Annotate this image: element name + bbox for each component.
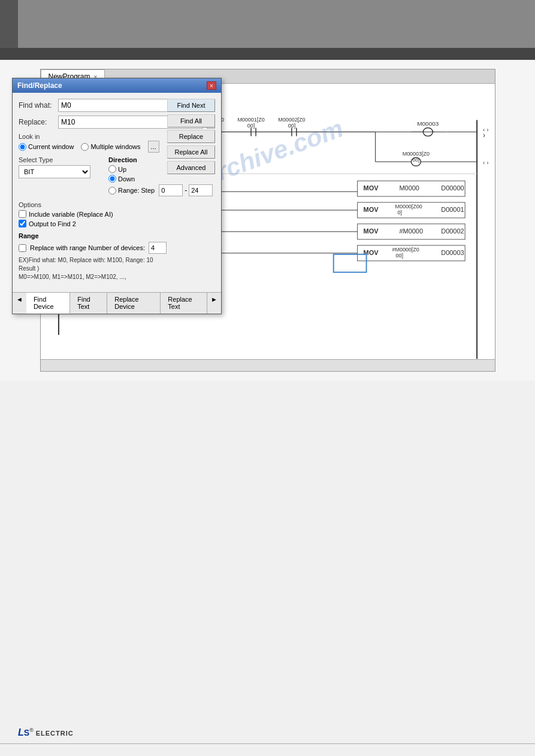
range-step-row: Range: Step - <box>108 184 213 196</box>
svg-text:MOV: MOV <box>363 184 379 192</box>
range-checkbox-label: Replace with range Number of devices: <box>30 244 145 251</box>
find-next-button[interactable]: Find Next <box>167 99 215 112</box>
option2-row: Output to Find 2 <box>19 220 215 227</box>
footer-brand: LS® <box>18 728 36 737</box>
tab-right-arrow[interactable]: ► <box>207 293 221 314</box>
range-section: Range Replace with range Number of devic… <box>19 232 215 281</box>
option1-checkbox[interactable] <box>19 210 26 218</box>
radio-range-input[interactable] <box>108 187 116 195</box>
svg-text:‹ ›: ‹ › <box>483 159 488 166</box>
replace-button[interactable]: Replace <box>167 130 215 143</box>
radio-multiple-label: Multiple windows <box>90 143 140 150</box>
svg-text:‹ ›: ‹ › <box>483 126 488 133</box>
svg-text:#M0000[Z0: #M0000[Z0 <box>392 247 419 253</box>
select-type-control: BIT <box>19 165 90 178</box>
svg-text:D00001: D00001 <box>441 206 464 213</box>
status-bar <box>41 359 495 371</box>
replace-all-button[interactable]: Replace All <box>167 145 215 159</box>
dialog-close-button[interactable]: × <box>207 81 216 90</box>
svg-text:MOV: MOV <box>363 206 379 213</box>
svg-text:D00000: D00000 <box>441 184 464 192</box>
svg-text:00]: 00] <box>247 123 254 129</box>
footer-electric: ELECTRIC <box>36 730 74 737</box>
find-replace-dialog-overlay: Find/Replace × Find Next Find All Replac… <box>12 78 222 314</box>
footer: LS® ELECTRIC <box>18 727 74 738</box>
bottom-border <box>0 743 535 744</box>
replace-label: Replace: <box>19 118 55 126</box>
radio-up-label: Up <box>118 166 126 173</box>
range-checkbox[interactable] <box>19 244 26 252</box>
svg-text:00]: 00] <box>412 157 419 163</box>
svg-text:#M0000: #M0000 <box>399 227 423 235</box>
dialog-title-bar: Find/Replace × <box>13 78 221 93</box>
option1-row: Include variable (Replace AI) <box>19 210 215 218</box>
svg-text:M00002[Z0: M00002[Z0 <box>278 117 305 123</box>
radio-up-input[interactable] <box>108 165 116 173</box>
top-bar-dark <box>0 48 535 60</box>
svg-text:D00002: D00002 <box>441 227 464 235</box>
step-to-input[interactable] <box>189 184 213 196</box>
svg-text:M0000[Z00: M0000[Z00 <box>395 204 422 210</box>
find-all-button[interactable]: Find All <box>167 114 215 127</box>
options-label: Options <box>19 201 215 208</box>
ellipsis-button[interactable]: ... <box>148 141 159 153</box>
tab-replace-text[interactable]: Replace Text <box>161 293 207 314</box>
step-range-inputs: - <box>159 184 213 196</box>
options-section: Options Include variable (Replace AI) Ou… <box>19 201 215 227</box>
top-bar <box>0 0 535 60</box>
range-number-input[interactable] <box>149 242 167 254</box>
svg-text:0]: 0] <box>397 210 401 215</box>
step-dash: - <box>185 186 187 195</box>
radio-current-label: Current window <box>28 143 74 150</box>
type-select[interactable]: BIT <box>19 165 90 178</box>
radio-down-input[interactable] <box>108 175 116 183</box>
option1-label: Include variable (Replace AI) <box>29 211 113 218</box>
svg-text:M0000: M0000 <box>399 184 419 192</box>
radio-multiple-windows[interactable]: Multiple windows <box>81 143 140 151</box>
svg-text:MOV: MOV <box>363 227 379 235</box>
radio-current-window[interactable]: Current window <box>19 143 74 151</box>
select-type-section: Select Type BIT <box>19 156 90 196</box>
svg-text:00]: 00] <box>395 253 403 259</box>
dialog-action-buttons: Find Next Find All Replace Replace All A… <box>167 99 215 174</box>
main-area: NewProgram × manualsarchive.com 0 M000 <box>0 60 535 381</box>
top-bar-accent <box>0 0 18 48</box>
tab-left-arrow[interactable]: ◄ <box>13 293 26 314</box>
option2-label: Output to Find 2 <box>29 220 76 227</box>
option2-checkbox[interactable] <box>19 220 26 227</box>
svg-text:00]: 00] <box>288 123 295 129</box>
radio-current-input[interactable] <box>19 143 26 151</box>
svg-text:D00003: D00003 <box>441 249 464 256</box>
example-text: EX)Find what: M0, Replace with: M100, Ra… <box>19 256 215 265</box>
radio-down[interactable]: Down <box>108 175 213 183</box>
svg-text:M00001[Z0: M00001[Z0 <box>237 117 264 123</box>
range-title: Range <box>19 232 215 239</box>
radio-multiple-input[interactable] <box>81 143 89 151</box>
tab-find-text[interactable]: Find Text <box>70 293 107 314</box>
find-replace-dialog: Find/Replace × Find Next Find All Replac… <box>12 78 222 314</box>
radio-range-label: Range: Step <box>118 187 155 194</box>
dialog-bottom-tabs: ◄ Find Device Find Text Replace Device R… <box>13 292 221 314</box>
select-type-label: Select Type <box>19 156 90 163</box>
svg-text:MOV: MOV <box>363 249 379 256</box>
result-example: M0=>M100, M1=>M101, M2=>M102, ..., <box>19 273 215 281</box>
tab-find-device[interactable]: Find Device <box>26 293 70 314</box>
svg-text:M00003: M00003 <box>417 120 439 127</box>
advanced-button[interactable]: Advanced <box>167 161 215 174</box>
dialog-title: Find/Replace <box>17 81 62 90</box>
radio-down-label: Down <box>118 175 135 183</box>
radio-range[interactable]: Range: Step <box>108 187 155 195</box>
find-label: Find what: <box>19 101 55 110</box>
svg-text:M00003[Z0: M00003[Z0 <box>402 151 429 157</box>
range-example: EX)Find what: M0, Replace with: M100, Ra… <box>19 256 215 281</box>
dialog-body: Find Next Find All Replace Replace All A… <box>13 93 221 292</box>
svg-rect-81 <box>333 254 366 272</box>
look-in-label: Look in <box>19 133 40 140</box>
result-label: Result ) <box>19 265 215 273</box>
step-from-input[interactable] <box>159 184 183 196</box>
range-checkbox-row: Replace with range Number of devices: <box>19 242 215 254</box>
tab-replace-device[interactable]: Replace Device <box>107 293 161 314</box>
